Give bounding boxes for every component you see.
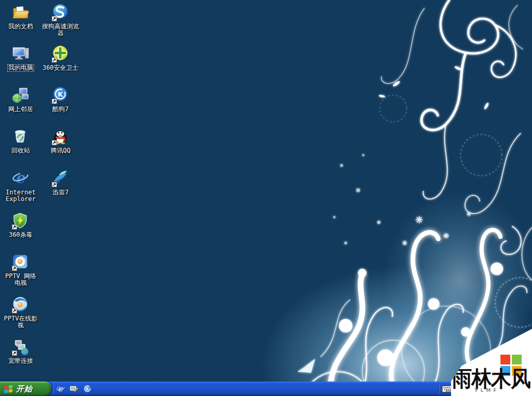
desktop-icon-pptv-online-movies[interactable]: PPTV在线影视	[1, 295, 40, 329]
360-safety-guard-icon	[51, 44, 70, 63]
pptv-network-tv-icon	[11, 253, 30, 271]
desktop-icon-broadband-connection[interactable]: 宽带连接	[1, 338, 40, 365]
tencent-qq-icon	[51, 127, 70, 146]
desktop-icon-my-computer[interactable]: 我的电脑	[1, 44, 40, 72]
internet-explorer-icon: e	[11, 169, 30, 188]
icon-label: 宽带连接	[7, 357, 34, 365]
desktop-icon-recycle-bin[interactable]: 回收站	[1, 127, 40, 155]
desktop-icon-my-documents[interactable]: 我的文档	[1, 3, 40, 31]
desktop-icon-360-antivirus[interactable]: 360杀毒	[1, 211, 40, 239]
icon-label: 酷狗7	[51, 105, 69, 113]
icon-label: 回收站	[10, 147, 31, 155]
ie-icon[interactable]: e	[55, 384, 65, 394]
icon-label: Internet Explorer	[1, 189, 40, 203]
icon-label: 360杀毒	[8, 231, 34, 239]
svg-text:e: e	[15, 169, 25, 187]
show-desktop-icon[interactable]	[69, 384, 79, 394]
desktop-icon-360-safety-guard[interactable]: 360安全卫士	[41, 44, 80, 72]
desktop-icon-network-places[interactable]: 网上邻居	[1, 86, 40, 113]
icon-label: PPTV在线影视	[1, 315, 40, 329]
my-documents-icon	[11, 3, 30, 22]
watermark-subtitle: YLMF	[475, 388, 499, 393]
thunder-icon	[51, 169, 70, 188]
icon-label: 腾讯QQ	[50, 147, 71, 155]
broadband-connection-icon	[11, 338, 30, 356]
windows-flag-icon	[4, 384, 13, 394]
start-button-label: 开始	[16, 384, 33, 394]
kugou-icon: K	[51, 86, 70, 104]
recycle-bin-icon	[11, 127, 30, 146]
watermark-title: 雨林木风	[452, 367, 530, 389]
icon-label: 网上邻居	[7, 105, 34, 113]
kugou-icon[interactable]: K	[82, 384, 92, 394]
360-antivirus-icon	[11, 211, 30, 230]
icon-label: 迅雷7	[51, 189, 69, 196]
desktop-icon-kugou-7[interactable]: K 酷狗7	[41, 86, 80, 113]
pptv-online-movies-icon	[11, 295, 30, 314]
desktop-icon-tencent-qq[interactable]: 腾讯QQ	[41, 127, 80, 155]
desktop-icon-pptv-network-tv[interactable]: PPTV 网络电视	[1, 253, 40, 287]
my-computer-icon	[11, 44, 30, 63]
desktop-icon-internet-explorer[interactable]: e Internet Explorer	[1, 169, 40, 203]
sogou-browser-icon	[51, 3, 70, 22]
network-places-icon	[11, 86, 30, 104]
logo-square-red	[500, 355, 510, 364]
logo-square-green	[512, 355, 522, 364]
icon-label: 搜狗高速浏览器	[41, 23, 80, 37]
icon-label: 我的文档	[7, 23, 34, 31]
svg-text:K: K	[57, 90, 63, 98]
icon-label: 360安全卫士	[41, 64, 80, 72]
start-button[interactable]: 开始	[0, 382, 51, 396]
quick-launch-bar: e K	[55, 382, 92, 396]
svg-text:e: e	[57, 384, 63, 393]
icon-label: 我的电脑	[7, 64, 34, 72]
desktop-screen: 我的文档 我的电脑 网上邻居	[0, 0, 532, 396]
icon-label: PPTV 网络电视	[1, 272, 40, 287]
desktop-icon-thunder-7[interactable]: 迅雷7	[41, 169, 80, 196]
desktop-icon-sogou-browser[interactable]: 搜狗高速浏览器	[41, 3, 80, 37]
